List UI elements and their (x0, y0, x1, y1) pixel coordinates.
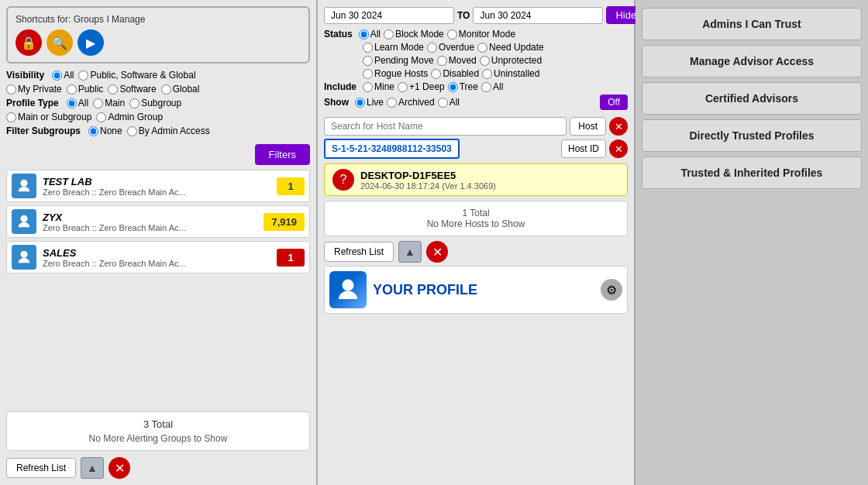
left-refresh-button[interactable]: Refresh List (6, 458, 76, 478)
status-needupdate[interactable]: Need Update (477, 42, 544, 53)
shortcut-search-icon[interactable]: 🔍 (46, 29, 73, 56)
admins-i-can-trust-button[interactable]: Admins I Can Trust (642, 8, 862, 40)
visibility-global[interactable]: Global (161, 84, 200, 95)
visibility-row2: My Private Public Software Global (6, 84, 310, 95)
group-sub-testlab: Zero Breach :: Zero Breach Main Ac... (43, 187, 270, 197)
status-monitor[interactable]: Monitor Mode (447, 29, 515, 40)
include-1deep[interactable]: +1 Deep (398, 81, 445, 92)
directly-trusted-profiles-button[interactable]: Directly Trusted Profiles (642, 119, 862, 152)
group-sub-zyx: Zero Breach :: Zero Breach Main Ac... (43, 223, 257, 232)
profiletype-main-or-sub[interactable]: Main or Subgroup (6, 112, 91, 122)
host-warn-icon: ? (332, 169, 354, 191)
shortcuts-box: Shortcuts for: Groups I Manage 🔒 🔍 ▶ (6, 6, 310, 64)
mid-refresh-button[interactable]: Refresh List (324, 242, 394, 262)
status-learn[interactable]: Learn Mode (363, 42, 424, 53)
filtersubgroups-none[interactable]: None (88, 126, 122, 136)
shortcuts-title: Shortcuts for: Groups I Manage (16, 14, 301, 25)
status-all[interactable]: All (359, 29, 381, 40)
hostid-input[interactable] (324, 139, 460, 159)
include-tree[interactable]: Tree (448, 81, 478, 92)
table-row[interactable]: TEST LAB Zero Breach :: Zero Breach Main… (6, 170, 310, 202)
left-bottom-bar: Refresh List ▲ ✕ (6, 457, 310, 479)
hostid-button[interactable]: Host ID (561, 139, 606, 158)
group-name-zyx: ZYX (43, 212, 257, 223)
filter-subgroups-label: Filter Subgroups (6, 126, 81, 136)
host-result-text: DESKTOP-D1F5EE5 2024-06-30 18:17:24 (Ver… (360, 170, 496, 191)
left-scroll-up-button[interactable]: ▲ (81, 457, 104, 479)
filtersubgroups-byadmin[interactable]: By Admin Access (127, 126, 210, 136)
profiletype-subgroup[interactable]: Subgroup (129, 98, 181, 108)
shortcuts-icons: 🔒 🔍 ▶ (16, 29, 301, 56)
certified-advisors-button[interactable]: Certified Advisors (642, 82, 862, 115)
profile-gear-icon[interactable]: ⚙ (601, 279, 622, 301)
trusted-inherited-profiles-button[interactable]: Trusted & Inherited Profiles (642, 157, 862, 189)
hostid-close-button[interactable]: ✕ (609, 139, 628, 158)
status-rogue[interactable]: Rogue Hosts (363, 68, 428, 79)
status-pendingmove[interactable]: Pending Move (363, 55, 434, 66)
visibility-label: Visibility (6, 70, 44, 81)
badge-zyx: 7,919 (264, 213, 305, 231)
hostid-row: Host ID ✕ (324, 139, 628, 159)
host-result-name: DESKTOP-D1F5EE5 (360, 170, 496, 181)
your-profile-box: YOUR PROFILE ⚙ (324, 266, 628, 314)
profile-image (329, 271, 367, 308)
include-mine[interactable]: Mine (363, 81, 394, 92)
include-all[interactable]: All (481, 81, 503, 92)
group-sub-sales: Zero Breach :: Zero Breach Main Ac... (43, 259, 270, 268)
host-button[interactable]: Host (570, 117, 606, 136)
status-moved[interactable]: Moved (437, 55, 477, 66)
filters-button[interactable]: Filters (255, 144, 310, 165)
status-row3: Pending Move Moved Unprotected (324, 55, 628, 66)
status-block[interactable]: Block Mode (384, 29, 444, 40)
search-close-button[interactable]: ✕ (609, 117, 628, 136)
svg-point-1 (20, 215, 27, 222)
mid-bottom-bar: Refresh List ▲ ✕ (324, 241, 628, 263)
show-live[interactable]: Live (355, 97, 384, 108)
left-panel: Shortcuts for: Groups I Manage 🔒 🔍 ▶ Vis… (0, 0, 318, 485)
status-uninstalled[interactable]: Uninstalled (482, 68, 539, 79)
left-no-more: No More Alerting Groups to Show (13, 433, 303, 444)
show-all[interactable]: All (438, 97, 460, 108)
date-from-input[interactable] (324, 7, 454, 24)
manage-advisor-access-button[interactable]: Manage Advisor Access (642, 45, 862, 77)
mid-total-box: 1 Total No More Hosts to Show (324, 201, 628, 236)
table-row[interactable]: ZYX Zero Breach :: Zero Breach Main Ac..… (6, 205, 310, 238)
group-icon-testlab (12, 174, 36, 198)
mid-close-button[interactable]: ✕ (426, 241, 448, 263)
left-total-box: 3 Total No More Alerting Groups to Show (6, 411, 310, 451)
left-close-button[interactable]: ✕ (108, 457, 130, 479)
status-row: Status All Block Mode Monitor Mode (324, 29, 628, 40)
shortcut-lock-icon[interactable]: 🔒 (16, 29, 42, 56)
date-to-input[interactable] (473, 7, 603, 24)
svg-point-2 (20, 251, 27, 258)
profiletype-row2: Main or Subgroup Admin Group (6, 112, 310, 122)
visibility-public[interactable]: Public (67, 84, 104, 95)
status-disabled[interactable]: Disabled (431, 68, 479, 79)
group-list: TEST LAB Zero Breach :: Zero Breach Main… (6, 170, 310, 408)
search-host-input[interactable] (324, 117, 567, 136)
visibility-myprivate[interactable]: My Private (6, 84, 62, 95)
show-toggle-button[interactable]: Off (600, 95, 628, 110)
profiletype-main[interactable]: Main (93, 98, 125, 108)
visibility-all[interactable]: All (52, 70, 74, 81)
profiletype-all[interactable]: All (67, 98, 88, 108)
show-archived[interactable]: Archived (387, 97, 435, 108)
group-name-sales: SALES (43, 247, 270, 259)
shortcut-play-icon[interactable]: ▶ (78, 29, 104, 56)
include-row: Include Mine +1 Deep Tree All (324, 81, 628, 92)
filtersubgroups-row: Filter Subgroups None By Admin Access (6, 126, 310, 136)
badge-sales: 1 (277, 249, 305, 267)
status-unprotected[interactable]: Unprotected (480, 55, 542, 66)
table-row[interactable]: SALES Zero Breach :: Zero Breach Main Ac… (6, 241, 310, 273)
date-row: TO Hide (324, 6, 628, 24)
to-label: TO (457, 10, 470, 21)
left-total-count: 3 Total (13, 418, 303, 430)
visibility-software[interactable]: Software (108, 84, 156, 95)
profiletype-admin-group[interactable]: Admin Group (96, 112, 163, 122)
visibility-public-software-global[interactable]: Public, Software & Global (78, 70, 195, 81)
mid-scroll-up-button[interactable]: ▲ (398, 241, 422, 263)
status-overdue[interactable]: Overdue (427, 42, 474, 53)
search-row: Host ✕ (324, 117, 628, 136)
badge-testlab: 1 (277, 177, 305, 195)
group-icon-sales (12, 245, 36, 270)
